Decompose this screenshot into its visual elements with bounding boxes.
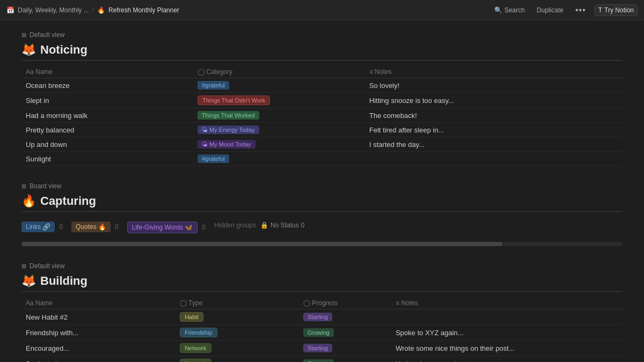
topbar-actions: 🔍 Search Duplicate ••• T Try Notion [491,4,638,17]
progress-tag[interactable]: Starting [303,313,332,321]
progress-tag[interactable]: Growing [303,328,334,337]
breadcrumb-icon: 📅 [6,6,14,14]
type-tag[interactable]: Network [180,359,211,362]
table-icon2: ⊞ [21,263,26,270]
building-row-notes: Spoke to XYZ again... [391,325,623,341]
noticing-col-name: Aa Name [21,66,193,78]
table-row[interactable]: Friendship with... Friendship Growing Sp… [21,325,623,341]
type-tag[interactable]: Friendship [180,328,217,337]
noticing-row-name: Up and down [21,137,193,152]
noticing-table: Aa Name ◯ Category ≡ Notes Ocean breeze … [21,66,623,166]
search-button[interactable]: 🔍 Search [491,5,528,16]
breadcrumb-item1[interactable]: Daily, Weekly, Monthly ... [18,6,89,14]
building-row-progress: Starting [299,309,391,325]
category-tag[interactable]: #grateful [197,154,229,163]
building-view-text[interactable]: Default view [30,262,64,270]
table-row[interactable]: Pretty balanced 🌤 My Energy Today Felt t… [21,123,623,137]
board-col-quotes: Quotes 🔥 0 [71,221,119,232]
lifegiving-count: 0 [202,224,206,231]
noticing-heading: 🦊 Noticing [21,43,623,61]
table-row[interactable]: Sunlight #grateful [21,152,623,166]
lifegiving-tag[interactable]: Life-Giving Words 🦋 [127,221,197,233]
building-row-progress: Growing [299,356,391,363]
no-status-badge: 🔒 No Status 0 [260,221,304,229]
table-row[interactable]: Slept in Things That Didn't Work Hitting… [21,93,623,108]
table-row[interactable]: Encouraged... Network Starting Wrote som… [21,341,623,356]
building-heading-text: Building [40,274,87,288]
capturing-heading-icon: 🔥 [21,194,36,208]
noticing-heading-icon: 🦊 [21,43,36,57]
breadcrumb: 📅 Daily, Weekly, Monthly ... / 🔥 Refresh… [6,6,179,14]
table-row[interactable]: New Habit #2 Habit Starting [21,309,623,325]
noticing-row-name: Pretty balanced [21,123,193,137]
noticing-row-notes: I started the day... [365,137,623,152]
building-row-name: New Habit #2 [21,309,175,325]
noticing-col-category: ◯ Category [193,66,365,78]
building-col-name: Aa Name [21,297,175,309]
no-status-label: No Status [270,221,299,229]
capturing-section: ⊞ Board view 🔥 Capturing Links 🔗 0 Quote… [21,182,623,246]
table-row[interactable]: Up and down 🌤 My Mood Today I started th… [21,137,623,152]
building-table: Aa Name ◯ Type ◯ Progress ≡ Notes New Ha… [21,297,623,362]
board-scrollbar[interactable] [21,242,623,246]
capturing-view-label: ⊞ Board view [21,182,623,190]
noticing-col-notes: ≡ Notes [365,66,623,78]
more-options-icon: ••• [575,5,586,15]
capturing-view-text[interactable]: Board view [30,182,61,190]
quotes-tag[interactable]: Quotes 🔥 [71,221,111,232]
topbar: 📅 Daily, Weekly, Monthly ... / 🔥 Refresh… [0,0,644,20]
category-tag[interactable]: 🌤 My Energy Today [197,125,259,134]
duplicate-label: Duplicate [537,6,564,14]
capturing-heading: 🔥 Capturing [21,194,623,212]
board-col-lifegiving: Life-Giving Words 🦋 0 [127,221,206,233]
search-icon: 🔍 [494,6,502,14]
category-tag[interactable]: Things That Didn't Work [197,95,270,105]
noticing-row-notes: So lovely! [365,78,623,93]
building-row-notes: Updated on my project progress... [391,356,623,363]
noticing-row-category: #grateful [193,78,365,93]
noticing-row-notes: The comeback! [365,108,623,123]
page-icon: 🔥 [97,6,105,14]
noticing-row-name: Sunlight [21,152,193,166]
building-row-notes [391,309,623,325]
table-row[interactable]: Had a morning walk Things That Worked Th… [21,108,623,123]
table-icon: ⊞ [21,32,26,39]
category-tag[interactable]: 🌤 My Mood Today [197,140,255,149]
links-tag[interactable]: Links 🔗 [21,221,55,232]
duplicate-button[interactable]: Duplicate [533,5,567,16]
progress-tag[interactable]: Starting [303,344,332,352]
try-notion-label: Try Notion [604,6,634,14]
building-heading: 🦊 Building [21,274,623,292]
building-row-type: Friendship [175,325,299,341]
noticing-row-category: Things That Didn't Work [193,93,365,108]
noticing-row-name: Had a morning walk [21,108,193,123]
scrollbar-thumb [21,242,502,246]
circle-icon: ◯ [197,68,206,76]
building-row-type: Network [175,341,299,356]
table-row[interactable]: Ocean breeze #grateful So lovely! [21,78,623,93]
noticing-row-category: #grateful [193,152,365,166]
building-row-notes: Wrote some nice things on their post... [391,341,623,356]
building-row-name: Encouraged... [21,341,175,356]
type-tag[interactable]: Habit [180,312,203,322]
building-row-type: Network [175,356,299,363]
building-view-label: ⊞ Default view [21,262,623,270]
noticing-view-text[interactable]: Default view [30,31,64,39]
noticing-section: ⊞ Default view 🦊 Noticing Aa Name ◯ Cate… [21,31,623,166]
building-col-progress: ◯ Progress [299,297,391,309]
noticing-row-notes: Felt tired after sleep in... [365,123,623,137]
type-tag[interactable]: Network [180,343,211,353]
table-row[interactable]: Spoke to boss... Network Growing Updated… [21,356,623,363]
noticing-row-notes: Hitting snooze is too easy... [365,93,623,108]
category-tag[interactable]: Things That Worked [197,111,259,120]
more-options-button[interactable]: ••• [572,4,589,17]
try-notion-button[interactable]: T Try Notion [595,4,638,16]
progress-tag[interactable]: Growing [303,359,334,362]
noticing-row-category: 🌤 My Mood Today [193,137,365,152]
noticing-row-category: 🌤 My Energy Today [193,123,365,137]
noticing-row-name: Ocean breeze [21,78,193,93]
board-columns: Links 🔗 0 Quotes 🔥 0 Life-Giving Words 🦋… [21,217,623,238]
category-tag[interactable]: #grateful [197,81,229,90]
building-heading-icon: 🦊 [21,274,36,288]
building-col-notes: ≡ Notes [391,297,623,309]
